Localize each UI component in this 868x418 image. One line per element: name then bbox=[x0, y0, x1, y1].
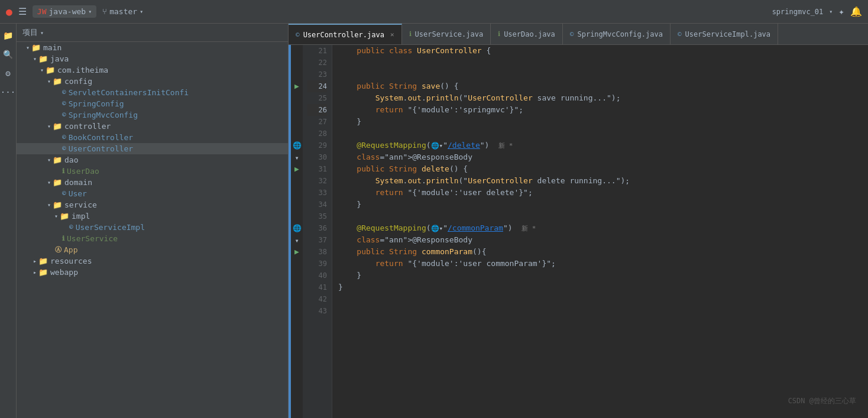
project-selector[interactable]: JW java-web ▾ bbox=[33, 5, 96, 18]
gutter-line-35 bbox=[291, 210, 303, 222]
line-number-37: 37 bbox=[307, 234, 327, 246]
sidebar-header-arrow[interactable]: ▾ bbox=[40, 30, 44, 36]
folder-icon: 📁 bbox=[53, 155, 62, 164]
folder-icon: 📁 bbox=[53, 77, 62, 86]
tree-label: User bbox=[69, 189, 87, 198]
gutter-line-22 bbox=[291, 57, 303, 69]
left-bar: 📁 🔍 ⚙ ··· bbox=[0, 24, 17, 418]
tree-label: com.itheima bbox=[57, 66, 108, 74]
left-bar-icon-4[interactable]: ··· bbox=[0, 85, 18, 99]
run-gutter-icon[interactable]: ▶ bbox=[294, 82, 299, 90]
line-number-38: 38 bbox=[307, 246, 327, 258]
sidebar-header: 项目 ▾ bbox=[17, 24, 288, 42]
gutter-line-38: ▶ bbox=[291, 246, 303, 258]
tab-close-icon[interactable]: ✕ bbox=[390, 31, 394, 38]
tree-item-UserServiceImpl[interactable]: ©UserServiceImpl bbox=[17, 222, 288, 233]
tree-item-domain[interactable]: ▾📁domain bbox=[17, 177, 288, 188]
line-number-29: 29 bbox=[307, 140, 327, 151]
tree-item-SpringConfig[interactable]: ©SpringConfig bbox=[17, 98, 288, 109]
line-number-27: 27 bbox=[307, 116, 327, 128]
top-bar-right: springmvc_01 ▾ ✦ 🔔 bbox=[772, 6, 862, 17]
tree-arrow: ▾ bbox=[47, 157, 51, 163]
left-bar-icon-3[interactable]: ⚙ bbox=[3, 66, 12, 80]
tree-item-ServletContainersInitConfi[interactable]: ©ServletContainersInitConfi bbox=[17, 87, 288, 98]
left-bar-icon-2[interactable]: 🔍 bbox=[1, 47, 15, 61]
code-line-22 bbox=[338, 57, 862, 69]
tree-item-App[interactable]: ⒶApp bbox=[17, 244, 288, 255]
tree-arrow: ▾ bbox=[33, 56, 37, 62]
tree-item-UserController[interactable]: ©UserController bbox=[17, 143, 288, 154]
code-line-37: class="ann">@ResponseBody bbox=[338, 234, 862, 246]
code-line-43 bbox=[338, 305, 862, 317]
class-icon: © bbox=[62, 190, 66, 197]
code-line-30: class="ann">@ResponseBody bbox=[338, 151, 862, 163]
tree-item-User[interactable]: ©User bbox=[17, 188, 288, 199]
code-line-33: return "{'module':'user delete'}"; bbox=[338, 187, 862, 199]
code-line-27: } bbox=[338, 116, 862, 128]
top-bar: ● ☰ JW java-web ▾ ⑂ master ▾ springmvc_0… bbox=[0, 0, 868, 24]
tree-label: java bbox=[50, 54, 69, 63]
interface-icon: ℹ bbox=[62, 167, 64, 175]
class-icon: © bbox=[62, 145, 66, 153]
branch-selector[interactable]: ⑂ master ▾ bbox=[102, 7, 143, 16]
run-gutter-icon[interactable]: ▶ bbox=[294, 247, 299, 256]
line-number-42: 42 bbox=[307, 293, 327, 305]
line-number-43: 43 bbox=[307, 305, 327, 317]
tree-arrow: ▾ bbox=[47, 123, 51, 129]
tree-item-controller[interactable]: ▾📁controller bbox=[17, 121, 288, 132]
class-icon: © bbox=[69, 223, 73, 231]
code-content[interactable]: public class UserController { public Str… bbox=[332, 45, 868, 418]
menu-icon[interactable]: ☰ bbox=[18, 6, 27, 17]
gutter-line-41 bbox=[291, 281, 303, 293]
tree-item-UserService[interactable]: ℹUserService bbox=[17, 233, 288, 244]
main-content: 📁 🔍 ⚙ ··· 项目 ▾ ▾📁main▾📁java▾📁com.itheima… bbox=[0, 24, 868, 418]
run-config-arrow[interactable]: ▾ bbox=[829, 8, 833, 15]
line-number-25: 25 bbox=[307, 92, 327, 104]
gutter-line-34 bbox=[291, 199, 303, 210]
tree-label: config bbox=[64, 77, 92, 86]
tree-label: ServletContainersInitConfi bbox=[69, 88, 189, 97]
line-number-28: 28 bbox=[307, 128, 327, 140]
tab-UserDao[interactable]: ℹUserDao.java bbox=[491, 24, 563, 44]
gutter-line-32 bbox=[291, 175, 303, 187]
tree-item-SpringMvcConfig[interactable]: ©SpringMvcConfig bbox=[17, 109, 288, 121]
code-line-39: return "{'module':'user commonParam'}"; bbox=[338, 258, 862, 270]
line-numbers: 2122232425262728293031323334353637383940… bbox=[303, 45, 332, 418]
class-icon: © bbox=[62, 100, 66, 108]
tab-SpringMvcConfig[interactable]: ©SpringMvcConfig.java bbox=[563, 24, 671, 44]
tree-item-java[interactable]: ▾📁java bbox=[17, 53, 288, 64]
class-icon: © bbox=[62, 89, 66, 96]
tree-item-com.itheima[interactable]: ▾📁com.itheima bbox=[17, 64, 288, 76]
code-area: ▶🌐▾▶🌐▾▶ 21222324252627282930313233343536… bbox=[289, 45, 868, 418]
tab-UserController[interactable]: ©UserController.java✕ bbox=[289, 24, 402, 44]
folder-icon: 📁 bbox=[38, 257, 48, 265]
tab-UserServiceImpl[interactable]: ©UserServiceImpl.java bbox=[671, 24, 778, 44]
line-number-21: 21 bbox=[307, 45, 327, 57]
tree-item-impl[interactable]: ▾📁impl bbox=[17, 210, 288, 222]
tree-item-resources[interactable]: ▸📁resources bbox=[17, 255, 288, 267]
line-number-24: 24 bbox=[307, 80, 327, 92]
tree-item-service[interactable]: ▾📁service bbox=[17, 199, 288, 210]
gutter-line-33 bbox=[291, 187, 303, 199]
run-gutter-icon[interactable]: ▶ bbox=[294, 164, 299, 173]
left-bar-icon-1[interactable]: 📁 bbox=[1, 28, 15, 43]
tab-label: SpringMvcConfig.java bbox=[577, 30, 663, 38]
tree-label: UserController bbox=[69, 144, 134, 153]
editor-tabs: ©UserController.java✕ℹUserService.javaℹU… bbox=[289, 24, 868, 45]
tree-label: UserService bbox=[67, 234, 118, 243]
code-line-31: public String delete() { bbox=[338, 163, 862, 175]
tree-arrow: ▾ bbox=[54, 213, 58, 219]
sidebar-title: 项目 bbox=[22, 27, 38, 38]
tree-item-webapp[interactable]: ▸📁webapp bbox=[17, 267, 288, 278]
tree-item-dao[interactable]: ▾📁dao bbox=[17, 154, 288, 166]
tree-item-UserDao[interactable]: ℹUserDao bbox=[17, 166, 288, 177]
tree-item-config[interactable]: ▾📁config bbox=[17, 76, 288, 87]
gutter-line-39 bbox=[291, 258, 303, 270]
settings-icon[interactable]: ✦ bbox=[838, 6, 844, 17]
tab-label: UserService.java bbox=[415, 30, 484, 38]
tree-item-main[interactable]: ▾📁main bbox=[17, 42, 288, 53]
notifications-icon[interactable]: 🔔 bbox=[850, 6, 862, 17]
code-line-42 bbox=[338, 293, 862, 305]
tree-item-BookController[interactable]: ©BookController bbox=[17, 132, 288, 143]
tab-UserService[interactable]: ℹUserService.java bbox=[402, 24, 491, 44]
